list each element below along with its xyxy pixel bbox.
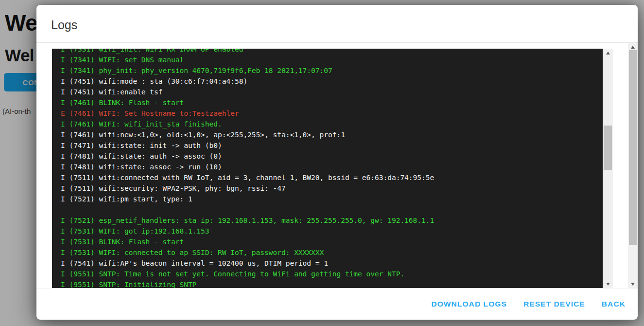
log-line: I (7461) WIFI: wifi_init_sta finished. xyxy=(61,119,603,129)
log-line: I (7531) BLINK: Flash - start xyxy=(61,236,603,247)
back-button[interactable]: BACK xyxy=(602,300,626,308)
log-line: I (7481) wifi:state: auth -> assoc (0) xyxy=(61,151,603,162)
log-line: I (7511) wifi:connected with RW IoT, aid… xyxy=(61,172,603,183)
dialog-title: Logs xyxy=(51,18,638,32)
terminal-scrollbar-thumb[interactable] xyxy=(604,126,612,170)
log-line: I (7511) wifi:security: WPA2-PSK, phy: b… xyxy=(61,183,603,194)
log-line: I (7461) BLINK: Flash - start xyxy=(61,97,603,108)
log-line: I (7341) phy_init: phy_version 4670,719f… xyxy=(61,65,603,76)
log-line xyxy=(61,204,603,215)
dialog-scrollbar[interactable] xyxy=(628,43,638,288)
logs-dialog: Logs I (7331) wifi_init: WiFi RX IRAM OP… xyxy=(36,5,638,320)
dialog-footer: DOWNLOAD LOGS RESET DEVICE BACK xyxy=(36,288,638,320)
log-line: I (9551) SNTP: Initializing SNTP xyxy=(61,279,603,288)
reset-device-button[interactable]: RESET DEVICE xyxy=(523,300,585,308)
log-line: I (7531) WIFI: connected to ap SSID: RW … xyxy=(61,247,603,258)
log-terminal[interactable]: I (7331) wifi_init: WiFi RX IRAM OP enab… xyxy=(52,49,613,288)
scroll-up-icon[interactable] xyxy=(603,49,613,57)
log-line: I (9551) SNTP: Time is not set yet. Conn… xyxy=(61,269,603,279)
log-line: I (7451) wifi:enable tsf xyxy=(61,87,603,97)
log-line: I (7531) WIFI: got ip:192.168.1.153 xyxy=(61,226,603,236)
log-line: I (7471) wifi:state: init -> auth (b0) xyxy=(61,140,603,151)
dialog-header: Logs xyxy=(36,5,638,43)
terminal-scrollbar[interactable] xyxy=(603,49,613,288)
log-line: I (7341) WIFI: set DNS manual xyxy=(61,54,603,65)
log-lines: I (7331) wifi_init: WiFi RX IRAM OP enab… xyxy=(52,49,603,288)
log-line: I (7521) esp_netif_handlers: sta ip: 192… xyxy=(61,215,603,226)
log-line: I (7521) wifi:pm start, type: 1 xyxy=(61,194,603,204)
dialog-scrollbar-thumb[interactable] xyxy=(629,50,637,245)
download-logs-button[interactable]: DOWNLOAD LOGS xyxy=(431,300,507,308)
log-line: I (7331) wifi_init: WiFi RX IRAM OP enab… xyxy=(61,49,603,54)
log-line: I (7461) wifi:new:<1,0>, old:<1,0>, ap:<… xyxy=(61,129,603,140)
log-line: I (7481) wifi:state: assoc -> run (10) xyxy=(61,162,603,172)
log-line: E (7461) WIFI: Set Hostname to:Testzaehl… xyxy=(61,108,603,119)
scroll-down-icon[interactable] xyxy=(603,280,613,288)
log-line: I (7451) wifi:mode : sta (30:c6:f7:04:a4… xyxy=(61,76,603,87)
dialog-body: I (7331) wifi_init: WiFi RX IRAM OP enab… xyxy=(36,43,638,288)
scroll-down-icon[interactable] xyxy=(628,280,638,288)
log-line: I (7541) wifi:AP's beacon interval = 102… xyxy=(61,258,603,269)
